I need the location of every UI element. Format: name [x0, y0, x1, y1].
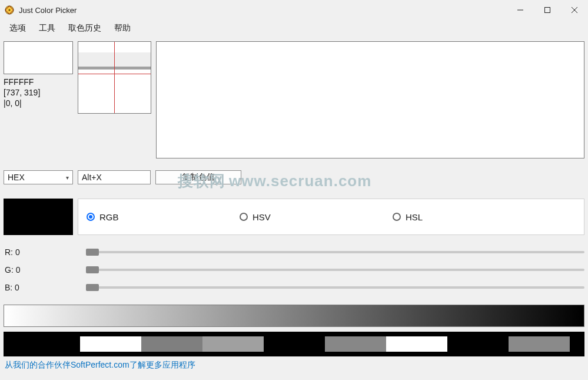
- menu-history[interactable]: 取色历史: [62, 21, 107, 35]
- svg-point-1: [8, 9, 10, 11]
- palette-cell[interactable]: [19, 336, 80, 352]
- swatch-current: [4, 199, 73, 235]
- window-title: Just Color Picker: [19, 6, 77, 15]
- crosshair-vertical: [114, 42, 115, 113]
- copy-value-label: 复制色值: [182, 172, 215, 183]
- slider-thumb[interactable]: [86, 284, 99, 291]
- palette-cell[interactable]: [264, 336, 325, 352]
- radio-hsl[interactable]: HSL: [393, 212, 546, 222]
- minimize-button[interactable]: [507, 1, 534, 19]
- slider-thumb[interactable]: [86, 266, 99, 273]
- palette-cell[interactable]: [202, 336, 264, 352]
- magnifier-view: [78, 41, 151, 114]
- color-format-value: HEX: [8, 173, 25, 182]
- slider-g-label: G: 0: [4, 265, 86, 275]
- radio-rgb-label: RGB: [99, 212, 119, 222]
- slider-b-label: B: 0: [4, 283, 86, 292]
- partner-link[interactable]: 从我们的合作伙伴SoftPerfect.com了解更多应用程序: [4, 360, 584, 371]
- slider-thumb[interactable]: [86, 249, 99, 256]
- palette-strip: [4, 332, 584, 356]
- picked-coords: [737, 319]: [4, 87, 73, 98]
- gradient-strip[interactable]: [4, 305, 584, 327]
- palette-cell[interactable]: [386, 336, 447, 352]
- color-model-group: RGB HSV HSL: [78, 199, 584, 235]
- picked-color-info: FFFFFF [737, 319] |0, 0|: [4, 77, 73, 109]
- radio-icon: [240, 213, 248, 221]
- radio-hsl-label: HSL: [406, 212, 423, 222]
- picked-hex: FFFFFF: [4, 77, 73, 87]
- palette-cell[interactable]: [80, 336, 141, 352]
- hotkey-value: Alt+X: [82, 173, 102, 182]
- copy-value-button[interactable]: 复制色值: [155, 170, 241, 184]
- radio-hsv-label: HSV: [253, 212, 271, 222]
- slider-b[interactable]: [86, 286, 584, 289]
- window-controls: [507, 1, 588, 19]
- slider-r-label: R: 0: [4, 247, 86, 257]
- maximize-button[interactable]: [534, 1, 561, 19]
- menubar: 选项 工具 取色历史 帮助: [0, 20, 588, 37]
- close-button[interactable]: [561, 1, 588, 19]
- picked-offset: |0, 0|: [4, 98, 73, 108]
- svg-rect-3: [545, 8, 550, 13]
- radio-icon: [87, 213, 95, 221]
- radio-rgb[interactable]: RGB: [87, 212, 240, 222]
- menu-tools[interactable]: 工具: [33, 21, 61, 35]
- palette-cell[interactable]: [141, 336, 202, 352]
- menu-help[interactable]: 帮助: [108, 21, 137, 35]
- palette-cell[interactable]: [509, 336, 570, 352]
- menu-options[interactable]: 选项: [4, 21, 32, 35]
- radio-icon: [393, 213, 401, 221]
- titlebar: Just Color Picker: [0, 0, 588, 20]
- slider-g[interactable]: [86, 269, 584, 271]
- palette-cell[interactable]: [325, 336, 386, 352]
- color-format-select[interactable]: HEX ▾: [4, 170, 73, 184]
- crosshair-horizontal: [78, 74, 151, 74]
- color-history-panel[interactable]: [156, 41, 584, 158]
- palette-cell[interactable]: [447, 336, 509, 352]
- hotkey-input[interactable]: Alt+X: [78, 170, 151, 184]
- app-icon: [5, 5, 14, 15]
- chevron-down-icon: ▾: [66, 174, 69, 181]
- radio-hsv[interactable]: HSV: [240, 212, 393, 222]
- current-color-preview: [4, 41, 73, 74]
- channel-sliders: R: 0 G: 0 B: 0: [4, 243, 584, 296]
- slider-r[interactable]: [86, 251, 584, 253]
